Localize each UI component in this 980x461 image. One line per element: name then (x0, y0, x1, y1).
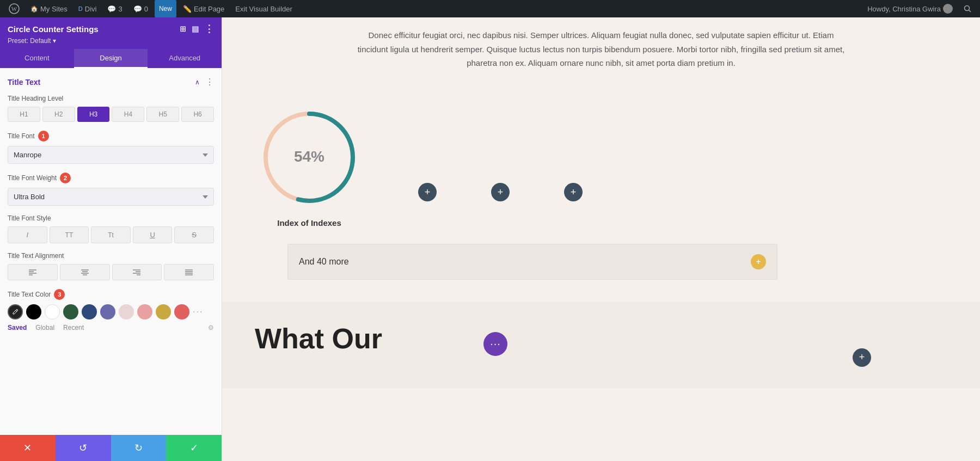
swatch-gold[interactable] (156, 304, 171, 319)
section-options-icon[interactable]: ⋮ (205, 77, 214, 87)
my-sites-menu[interactable]: 🏠 My Sites (26, 0, 72, 17)
more-banner-text: And 40 more (299, 257, 349, 267)
tab-content[interactable]: Content (0, 49, 74, 68)
h5-button[interactable]: H5 (146, 107, 179, 122)
small-caps-button[interactable]: Tt (91, 226, 131, 243)
circle-counter-1: 54% Index of Indexes (255, 103, 364, 228)
color-tab-recent[interactable]: Recent (63, 324, 84, 331)
align-justify-button[interactable] (164, 264, 214, 280)
color-tab-saved[interactable]: Saved (8, 324, 27, 331)
canvas-area: Donec efficitur feugiat orci, nec dapibu… (222, 17, 980, 461)
align-left-button[interactable] (8, 264, 58, 280)
color-swatches-row: ··· (8, 304, 214, 319)
floating-dots-button[interactable]: ··· (483, 332, 507, 356)
more-swatches-dots[interactable]: ··· (193, 307, 203, 317)
user-avatar (943, 4, 953, 14)
wp-logo[interactable]: W (4, 0, 24, 17)
swatch-white[interactable] (45, 304, 60, 319)
add-button-3[interactable]: + (564, 183, 583, 201)
h1-button[interactable]: H1 (8, 107, 40, 122)
panel-icon-grid[interactable]: ▤ (192, 24, 199, 33)
panel-tabs: Content Design Advanced (0, 49, 222, 68)
floating-plus-button[interactable]: + (853, 348, 871, 367)
font-style-group: I TT Tt U S (8, 226, 214, 243)
color-tab-global[interactable]: Global (35, 324, 54, 331)
undo-button[interactable]: ↺ (56, 435, 111, 461)
tab-design[interactable]: Design (74, 49, 148, 68)
more-banner-wrap: And 40 more + (222, 228, 980, 291)
title-font-weight-select[interactable]: Ultra Bold (8, 188, 214, 206)
swatch-dark-blue[interactable] (82, 304, 97, 319)
tt-button[interactable]: TT (50, 226, 89, 243)
edit-page-link[interactable]: ✏️ Edit Page (179, 0, 229, 17)
cancel-button[interactable]: ✕ (0, 435, 56, 461)
panel-header: Circle Counter Settings ⊞ ▤ ⋮ Preset: De… (0, 17, 222, 49)
title-font-select[interactable]: Manrope (8, 146, 214, 164)
left-panel: Circle Counter Settings ⊞ ▤ ⋮ Preset: De… (0, 17, 222, 461)
color-section: ··· Saved Global Recent ⚙ (8, 304, 214, 331)
circle-counter-row: 54% Index of Indexes + + + (222, 103, 980, 228)
redo-button[interactable]: ↻ (111, 435, 167, 461)
new-button[interactable]: New (155, 0, 176, 17)
search-icon-btn[interactable] (959, 5, 976, 13)
title-font-weight-label: Title Font Weight 2 (8, 173, 214, 183)
color-picker-button[interactable] (8, 304, 23, 319)
comments-count[interactable]: 💬 0 (129, 0, 152, 17)
confirm-button[interactable]: ✓ (166, 435, 222, 461)
tab-advanced[interactable]: Advanced (148, 49, 222, 68)
panel-icon-squares[interactable]: ⊞ (180, 24, 186, 33)
panel-bottom-bar: ✕ ↺ ↻ ✓ (0, 435, 222, 461)
panel-title-icons: ⊞ ▤ ⋮ (180, 23, 214, 35)
add-button-1[interactable]: + (418, 183, 437, 201)
divi-menu[interactable]: D Divi (74, 0, 101, 17)
svg-line-3 (969, 10, 971, 13)
swatch-dark-green[interactable] (63, 304, 78, 319)
step-badge-3: 3 (54, 289, 65, 300)
swatch-red[interactable] (174, 304, 189, 319)
circle-svg-wrap: 54% (255, 103, 364, 212)
h2-button[interactable]: H2 (42, 107, 75, 122)
swatch-pink[interactable] (137, 304, 152, 319)
alignment-group (8, 264, 214, 280)
align-right-button[interactable] (112, 264, 162, 280)
admin-bar: W 🏠 My Sites D Divi 💬 3 💬 0 New ✏️ Edit … (0, 0, 980, 17)
bottom-section: ··· + What Our (222, 302, 980, 389)
heading-levels-group: H1 H2 H3 H4 H5 H6 (8, 107, 214, 122)
comments-menu[interactable]: 💬 3 (103, 0, 126, 17)
section-chevron-icon[interactable]: ∧ (195, 78, 200, 86)
exit-visual-builder-link[interactable]: Exit Visual Builder (231, 0, 297, 17)
main-layout: Circle Counter Settings ⊞ ▤ ⋮ Preset: De… (0, 17, 980, 461)
panel-title-row: Circle Counter Settings ⊞ ▤ ⋮ (8, 23, 214, 35)
more-banner-plus-button[interactable]: + (751, 254, 766, 269)
heading-level-label: Title Heading Level (8, 95, 214, 102)
color-gear-icon[interactable]: ⚙ (208, 324, 214, 331)
step-badge-1: 1 (38, 131, 49, 142)
panel-icon-dots[interactable]: ⋮ (204, 23, 214, 35)
admin-bar-right: Howdy, Christina Gwira (863, 4, 976, 14)
underline-button[interactable]: U (133, 226, 173, 243)
svg-point-2 (965, 6, 970, 11)
align-center-button[interactable] (60, 264, 110, 280)
howdy-user[interactable]: Howdy, Christina Gwira (863, 4, 957, 14)
title-text-alignment-label: Title Text Alignment (8, 252, 214, 260)
svg-text:W: W (11, 5, 17, 12)
title-font-label: Title Font 1 (8, 131, 214, 142)
h6-button[interactable]: H6 (181, 107, 214, 122)
swatch-black[interactable] (26, 304, 41, 319)
add-button-2[interactable]: + (491, 183, 510, 201)
panel-title-text: Circle Counter Settings (8, 24, 99, 34)
step-badge-2: 2 (60, 173, 71, 183)
strikethrough-button[interactable]: S (174, 226, 214, 243)
h3-button[interactable]: H3 (77, 107, 110, 122)
italic-button[interactable]: I (8, 226, 47, 243)
section-title: Title Text (8, 78, 40, 87)
swatch-light-pink[interactable] (119, 304, 134, 319)
color-tabs-row: Saved Global Recent ⚙ (8, 324, 214, 331)
h4-button[interactable]: H4 (112, 107, 144, 122)
intro-paragraph: Donec efficitur feugiat orci, nec dapibu… (356, 28, 846, 70)
svg-text:54%: 54% (294, 148, 324, 165)
intro-text-section: Donec efficitur feugiat orci, nec dapibu… (222, 17, 980, 103)
swatch-purple[interactable] (100, 304, 115, 319)
title-text-color-label: Title Text Color 3 (8, 289, 214, 300)
panel-preset[interactable]: Preset: Default (8, 37, 214, 45)
